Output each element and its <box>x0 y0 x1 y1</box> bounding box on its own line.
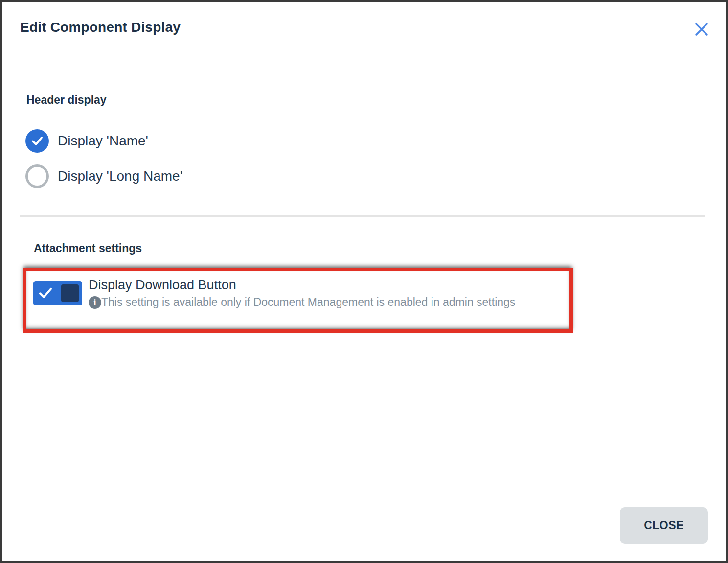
section-divider <box>20 215 705 217</box>
toggle-setting-label: Display Download Button <box>89 276 515 294</box>
page-title: Edit Component Display <box>20 20 181 35</box>
checkmark-icon <box>38 286 53 300</box>
radio-option-display-name[interactable]: Display 'Name' <box>25 129 148 153</box>
close-button[interactable]: CLOSE <box>620 507 708 544</box>
highlighted-setting-row: Display Download Button i This setting i… <box>23 268 573 333</box>
radio-option-label: Display 'Long Name' <box>58 168 182 184</box>
radio-option-label: Display 'Name' <box>58 133 148 149</box>
display-download-button-toggle[interactable] <box>33 281 82 305</box>
checkmark-icon <box>30 135 44 147</box>
radio-checked-icon[interactable] <box>25 129 49 153</box>
radio-unchecked-icon[interactable] <box>25 164 49 188</box>
radio-option-display-long-name[interactable]: Display 'Long Name' <box>25 164 182 188</box>
info-icon: i <box>89 296 101 309</box>
toggle-knob[interactable] <box>61 284 79 302</box>
x-icon <box>695 23 708 36</box>
close-icon[interactable] <box>694 22 709 37</box>
toggle-setting-info-text: This setting is available only if Docume… <box>101 296 515 309</box>
header-display-section-label: Header display <box>26 94 107 107</box>
attachment-settings-section-label: Attachment settings <box>34 242 142 255</box>
